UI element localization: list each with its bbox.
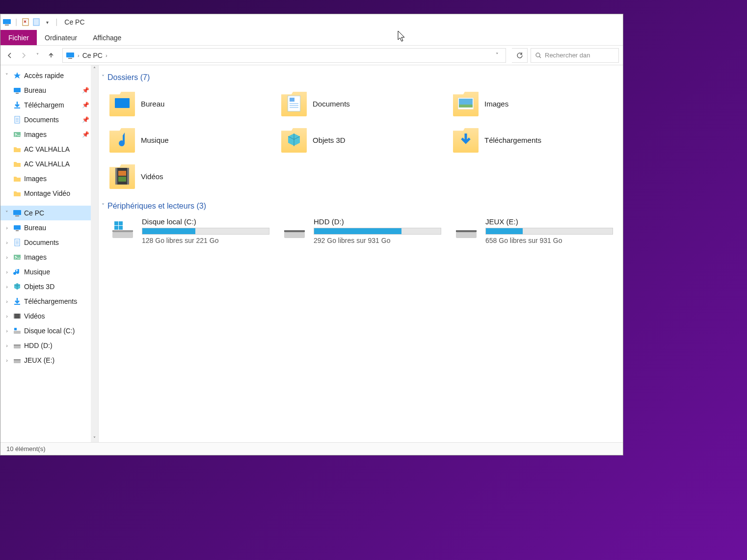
address-bar[interactable]: › Ce PC › ˅ (62, 48, 506, 63)
svg-rect-26 (14, 346, 21, 348)
folder-item[interactable]: Musique (107, 123, 274, 157)
nav-up-button[interactable] (46, 50, 56, 61)
drive-usage-bar (485, 228, 613, 235)
svg-rect-45 (114, 226, 118, 230)
folder-item[interactable]: Images (451, 87, 618, 120)
chevron-right-icon[interactable]: › (3, 298, 10, 304)
sidebar-item-label: AC VALHALLA (24, 145, 70, 153)
nav-back-button[interactable] (4, 50, 15, 61)
folder-item[interactable]: Vidéos (107, 160, 274, 193)
chevron-right-icon[interactable]: › (3, 225, 10, 231)
folder-item[interactable]: Objets 3D (279, 123, 446, 157)
folder-item[interactable]: Bureau (107, 87, 274, 120)
svg-rect-21 (14, 314, 21, 319)
sidebar-item[interactable]: AC VALHALLA (0, 142, 98, 157)
scroll-down-icon[interactable]: ˅ (93, 436, 96, 441)
folder-label: Documents (313, 100, 350, 108)
sidebar-quick-access[interactable]: ˅ Accès rapide (0, 68, 98, 83)
new-folder-icon[interactable] (32, 18, 41, 27)
folder-item[interactable]: Téléchargements (451, 123, 618, 157)
svg-rect-36 (115, 168, 129, 185)
drive-free-text: 292 Go libres sur 931 Go (314, 237, 444, 244)
svg-rect-27 (14, 345, 21, 346)
svg-rect-46 (119, 226, 123, 230)
folder-icon (109, 163, 135, 189)
nav-recent-dropdown[interactable]: ˅ (32, 50, 43, 61)
sidebar-item[interactable]: ›HDD (D:) (0, 338, 98, 353)
breadcrumb-location[interactable]: Ce PC (82, 52, 103, 59)
sidebar-item[interactable]: ›Téléchargements (0, 294, 98, 309)
group-header-folders[interactable]: ˅ Dossiers (7) (102, 73, 618, 82)
desktop-icon (12, 223, 22, 233)
scrollbar[interactable]: ˄ ˅ (91, 65, 98, 442)
tab-computer[interactable]: Ordinateur (37, 30, 85, 45)
sidebar-item[interactable]: ›Vidéos (0, 309, 98, 323)
svg-rect-24 (14, 331, 21, 334)
sidebar-item-label: Images (24, 175, 47, 183)
chevron-right-icon[interactable]: › (3, 269, 10, 275)
drive-item[interactable]: Disque local (C:)128 Go libres sur 221 G… (107, 215, 274, 246)
group-header-label: Dossiers (7) (107, 73, 150, 82)
sidebar-item[interactable]: ›Objets 3D (0, 279, 98, 294)
svg-rect-30 (115, 98, 130, 108)
this-pc-icon (2, 18, 11, 27)
download-icon (453, 127, 479, 153)
address-dropdown[interactable]: ˅ (492, 52, 503, 58)
chevron-right-icon[interactable]: › (106, 53, 107, 58)
pin-icon: 📌 (82, 102, 89, 108)
svg-rect-14 (15, 215, 19, 216)
svg-rect-40 (118, 177, 126, 182)
videos-icon (12, 311, 22, 321)
download-icon (12, 296, 22, 306)
chevron-right-icon[interactable]: › (3, 240, 10, 245)
chevron-right-icon[interactable]: › (3, 357, 10, 363)
tab-file[interactable]: Fichier (0, 30, 37, 45)
sidebar-item[interactable]: ›Images (0, 250, 98, 265)
svg-rect-42 (112, 230, 133, 232)
chevron-right-icon[interactable]: › (3, 313, 10, 319)
drive-item[interactable]: HDD (D:)292 Go libres sur 931 Go (279, 215, 446, 246)
sidebar-item[interactable]: ›Documents (0, 235, 98, 250)
status-text: 10 élément(s) (6, 445, 45, 453)
nav-forward-button[interactable] (18, 50, 29, 61)
properties-icon[interactable] (21, 18, 30, 27)
chevron-right-icon[interactable]: › (3, 328, 10, 334)
svg-point-19 (15, 256, 17, 258)
sidebar-item[interactable]: Téléchargem📌 (0, 98, 98, 112)
search-input[interactable]: Rechercher dan (531, 48, 619, 63)
sidebar-item[interactable]: Documents📌 (0, 112, 98, 127)
sidebar-item[interactable]: Images📌 (0, 127, 98, 142)
scroll-up-icon[interactable]: ˄ (93, 66, 96, 72)
chevron-right-icon[interactable]: › (3, 254, 10, 260)
sidebar-item-label: Ce PC (24, 209, 44, 217)
svg-rect-5 (68, 58, 72, 59)
chevron-right-icon[interactable]: › (3, 343, 10, 348)
svg-rect-25 (14, 328, 17, 330)
drive-icon (109, 217, 136, 239)
chevron-down-icon[interactable]: ˅ (3, 73, 10, 79)
qat-dropdown-icon[interactable]: ▾ (43, 18, 52, 27)
sidebar-item[interactable]: ›Bureau (0, 220, 98, 235)
sidebar-this-pc[interactable]: ˅ Ce PC (0, 206, 98, 220)
folder-item[interactable]: Documents (279, 87, 446, 120)
svg-rect-28 (14, 360, 21, 363)
refresh-button[interactable] (512, 48, 528, 63)
tab-view[interactable]: Affichage (85, 30, 129, 45)
svg-rect-15 (14, 225, 21, 230)
sidebar-item[interactable]: Images (0, 171, 98, 186)
group-header-drives[interactable]: ˅ Périphériques et lecteurs (3) (102, 202, 618, 211)
sidebar-item[interactable]: ›Disque local (C:) (0, 323, 98, 338)
sidebar-item[interactable]: Montage Vidéo (0, 186, 98, 201)
chevron-right-icon[interactable]: › (3, 284, 10, 290)
sidebar-item[interactable]: Bureau📌 (0, 83, 98, 98)
sidebar-item[interactable]: ›Musique (0, 265, 98, 279)
svg-rect-39 (118, 171, 126, 176)
drive-item[interactable]: JEUX (E:)658 Go libres sur 931 Go (451, 215, 618, 246)
sidebar-item[interactable]: AC VALHALLA (0, 157, 98, 171)
chevron-right-icon[interactable]: › (78, 53, 80, 58)
this-pc-icon (12, 208, 22, 218)
svg-rect-20 (14, 304, 20, 305)
chevron-down-icon[interactable]: ˅ (3, 210, 10, 216)
sidebar-item[interactable]: ›JEUX (E:) (0, 353, 98, 368)
download-icon (12, 100, 22, 110)
